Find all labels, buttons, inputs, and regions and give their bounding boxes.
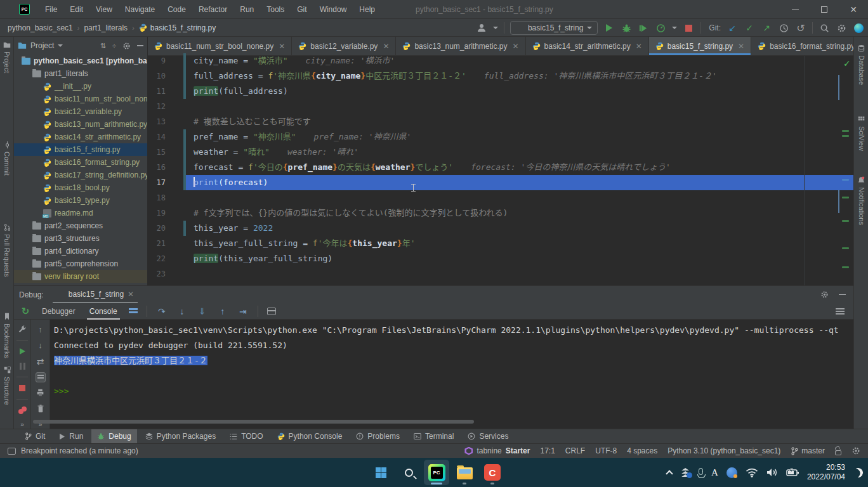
menu-git[interactable]: Git: [291, 0, 313, 19]
run-button[interactable]: [603, 22, 615, 34]
menu-view[interactable]: View: [89, 0, 119, 19]
debug-button[interactable]: [621, 22, 632, 34]
tree-item-basic14-str-arithmetic-py[interactable]: basic14_str_arithmetic.py: [14, 131, 147, 143]
debug-settings-gear-icon[interactable]: [820, 290, 829, 299]
step-over-icon[interactable]: ↷: [156, 306, 168, 316]
tree-item-part2-sequences[interactable]: part2_sequences: [14, 219, 147, 232]
code-text[interactable]: full_address = f'神奈川県{city_name}中区元浜町３丁目…: [186, 68, 853, 84]
tool-stripe-pull-requests[interactable]: Pull Requests: [0, 224, 14, 277]
tool-stripe-database[interactable]: Database: [854, 44, 868, 85]
taskbar-camtasia-button[interactable]: C: [480, 460, 505, 485]
tree-item-python-basic-sec1-python-basic-[interactable]: python_basic_sec1 [python_basic]D:¥: [14, 55, 147, 67]
tree-item-basic13-num-arithmetic-py[interactable]: basic13_num_arithmetic.py: [14, 118, 147, 131]
tool-window-button-terminal[interactable]: Terminal: [408, 429, 459, 444]
close-icon[interactable]: ✕: [513, 42, 519, 51]
code-text[interactable]: # f文字列では、{}内の値の型は気にしなくてよい(強制的に文字列として扱われる…: [186, 205, 853, 221]
line-number[interactable]: 21: [154, 236, 166, 251]
history-icon[interactable]: [778, 22, 789, 34]
tree-item-venv[interactable]: venv library root: [14, 270, 147, 283]
code-line-23[interactable]: 23: [148, 266, 853, 282]
breadcrumb-item[interactable]: python_basic_sec1: [8, 23, 73, 32]
code-line-16[interactable]: 16forecast = f'今日の{pref_name}の天気は{weathe…: [148, 160, 853, 175]
code-text[interactable]: this_year_full_string = f'今年は{this_year}…: [186, 236, 853, 251]
code-text[interactable]: weather = "晴れ"weather: '晴れ': [186, 145, 853, 160]
menu-run[interactable]: Run: [233, 0, 260, 19]
rerun-icon[interactable]: ↻: [20, 306, 30, 316]
settings-gear-icon[interactable]: [836, 22, 847, 34]
code-line-22[interactable]: 22print(this_year_full_string): [148, 251, 853, 266]
code-line-19[interactable]: 19# f文字列では、{}内の値の型は気にしなくてよい(強制的に文字列として扱わ…: [148, 205, 853, 221]
tree-item-part1-literals[interactable]: part1_literals: [14, 67, 147, 80]
step-into-icon[interactable]: ↓: [176, 306, 188, 316]
debug-settings-wrench-icon[interactable]: [17, 325, 27, 334]
code-text[interactable]: # 複数差し込むことも可能です: [186, 114, 853, 129]
tree-item-basic15-f-string-py[interactable]: basic15_f_string.py: [14, 143, 147, 156]
line-number[interactable]: 17: [154, 175, 166, 190]
evaluate-expression-icon[interactable]: [267, 308, 276, 315]
tab-console[interactable]: Console: [87, 303, 120, 320]
pause-program-icon[interactable]: [17, 361, 27, 370]
tool-window-button-git[interactable]: Git: [19, 429, 51, 444]
tree-item-basic12-variable-py[interactable]: basic12_variable.py: [14, 105, 147, 118]
tool-stripe-project[interactable]: Project: [0, 42, 14, 73]
tool-window-button-run[interactable]: Run: [53, 429, 89, 444]
console-line[interactable]: [54, 368, 853, 384]
profiler-button[interactable]: [655, 22, 666, 34]
collapse-all-icon[interactable]: ÷: [112, 42, 116, 49]
code-area[interactable]: 9city_name = "横浜市"city_name: '横浜市'10full…: [148, 53, 853, 285]
code-text[interactable]: forecast = f'今日の{pref_name}の天気は{weather}…: [186, 160, 853, 175]
menu-tools[interactable]: Tools: [260, 0, 291, 19]
tool-window-button-problems[interactable]: Problems: [350, 429, 405, 444]
tool-stripe-structure[interactable]: Structure: [0, 367, 14, 405]
code-line-14[interactable]: 14pref_name = "神奈川県"pref_name: '神奈川県': [148, 129, 853, 145]
more-actions-icon[interactable]: »: [17, 420, 27, 429]
line-number[interactable]: 20: [154, 221, 166, 236]
maximize-button[interactable]: [810, 0, 839, 19]
code-text[interactable]: [186, 99, 853, 114]
tree-item-part4-dictionary[interactable]: part4_dictionary: [14, 245, 147, 257]
rollback-icon[interactable]: ↺: [795, 22, 806, 34]
console-prompt[interactable]: >>>: [54, 384, 853, 399]
code-text[interactable]: this_year = 2022: [186, 221, 853, 236]
readonly-lock-icon[interactable]: [835, 450, 841, 455]
tabnine-status[interactable]: tabnine Starter: [464, 446, 530, 455]
scrollbar-thumb[interactable]: [838, 75, 839, 100]
code-text[interactable]: [186, 266, 853, 282]
line-number[interactable]: 18: [154, 190, 166, 205]
close-button[interactable]: ✕: [839, 0, 868, 19]
stop-button[interactable]: [683, 22, 694, 34]
view-breakpoints-icon[interactable]: [17, 406, 27, 415]
user-icon[interactable]: [476, 22, 487, 34]
status-message[interactable]: Breakpoint reached (a minute ago): [21, 446, 138, 455]
menu-code[interactable]: Code: [161, 0, 192, 19]
close-icon[interactable]: ✕: [636, 42, 642, 51]
scroll-to-end-icon[interactable]: [36, 372, 46, 382]
hide-debug-panel-icon[interactable]: [839, 294, 846, 295]
inspection-ok-icon[interactable]: ✓: [843, 58, 851, 68]
taskbar-explorer-button[interactable]: [452, 460, 477, 485]
hide-panel-icon[interactable]: [137, 45, 143, 46]
volume-icon[interactable]: [766, 467, 778, 477]
search-everywhere-icon[interactable]: [819, 22, 830, 34]
resume-program-icon[interactable]: [17, 347, 27, 356]
console-line[interactable]: D:\projects\python_basic_sec1\venv\Scrip…: [54, 323, 853, 338]
tree-item-readme-md[interactable]: readme.md: [14, 207, 147, 219]
run-configuration-select[interactable]: basic15_f_string: [510, 21, 598, 35]
ime-mode-indicator[interactable]: A: [711, 467, 718, 478]
line-number[interactable]: 23: [154, 266, 166, 282]
tray-app-icon[interactable]: [727, 467, 737, 478]
tree-item-basic17-string-definition-py[interactable]: basic17_string_definition.py: [14, 169, 147, 181]
editor-tab-basic14_str_arithmetic[interactable]: basic14_str_arithmetic.py✕: [526, 37, 649, 55]
step-into-my-code-icon[interactable]: ⇓: [197, 306, 208, 316]
git-update-icon[interactable]: ↙: [727, 22, 738, 34]
breadcrumb-item-file[interactable]: basic15_f_string.py: [139, 23, 216, 32]
code-line-17[interactable]: 17print(forecast): [148, 175, 853, 190]
git-push-icon[interactable]: ↗: [761, 22, 772, 34]
code-text[interactable]: [186, 190, 853, 205]
minimize-button[interactable]: [780, 0, 810, 19]
git-branch-widget[interactable]: master: [791, 446, 825, 455]
tool-window-button-python-console[interactable]: Python Console: [272, 429, 348, 444]
code-text[interactable]: print(forecast): [186, 175, 853, 190]
project-view-dropdown-icon[interactable]: [58, 44, 63, 47]
editor-tab-basic15_f_string[interactable]: basic15_f_string.py✕: [649, 37, 751, 55]
